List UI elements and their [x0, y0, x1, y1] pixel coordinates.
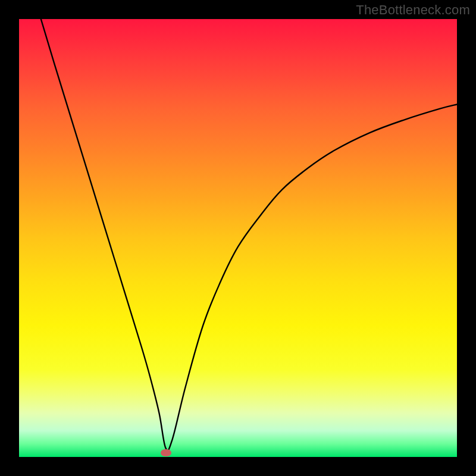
plot-area — [19, 19, 457, 457]
watermark-text: TheBottleneck.com — [356, 2, 470, 18]
bottleneck-curve — [41, 19, 457, 450]
curve-layer — [19, 19, 457, 457]
optimal-point-marker — [161, 449, 171, 456]
chart-frame: TheBottleneck.com — [0, 0, 476, 476]
